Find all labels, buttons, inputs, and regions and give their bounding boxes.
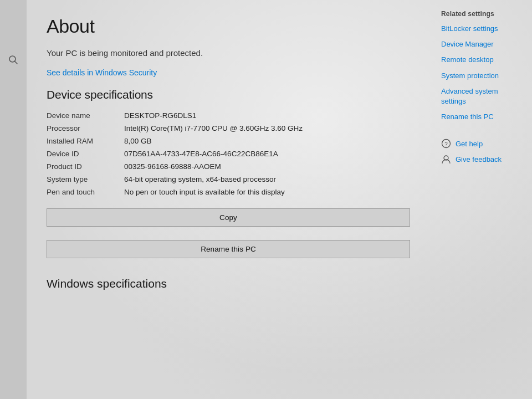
spec-value: DESKTOP-RG6DLS1: [119, 109, 407, 122]
buttons-section: Copy Rename this PC: [47, 208, 410, 266]
security-notice: Your PC is being monitored and protected…: [47, 47, 410, 77]
main-content: About Your PC is being monitored and pro…: [27, 0, 432, 399]
spec-label: Device name: [47, 109, 119, 122]
right-link-remote-desktop[interactable]: Remote desktop: [432, 52, 532, 68]
page-title: About: [47, 16, 410, 37]
right-link-bitlocker[interactable]: BitLocker settings: [432, 21, 532, 37]
spec-label: Device ID: [47, 147, 119, 160]
right-link-device-manager[interactable]: Device Manager: [432, 37, 532, 52]
sidebar: [0, 0, 27, 399]
security-link[interactable]: See details in Windows Security: [47, 68, 410, 77]
spec-label: Pen and touch: [47, 186, 119, 198]
spec-value: No pen or touch input is available for t…: [119, 186, 407, 198]
right-link-rename-pc[interactable]: Rename this PC: [432, 109, 532, 125]
right-link-system-protection[interactable]: System protection: [432, 68, 532, 84]
table-row: Device nameDESKTOP-RG6DLS1: [47, 109, 407, 122]
spec-label: Processor: [47, 122, 119, 135]
svg-text:?: ?: [444, 141, 448, 147]
copy-button[interactable]: Copy: [47, 208, 410, 227]
table-row: ProcessorIntel(R) Core(TM) i7-7700 CPU @…: [47, 122, 407, 135]
table-row: Installed RAM8,00 GB: [47, 135, 407, 147]
table-row: Device ID07D561AA-4733-47E8-AC66-46C22CB…: [47, 147, 407, 160]
svg-line-1: [15, 62, 18, 64]
table-row: Product ID00325-96168-69888-AAOEM: [47, 160, 407, 173]
right-panel: Related settings BitLocker settings Devi…: [432, 0, 532, 399]
table-row: Pen and touchNo pen or touch input is av…: [47, 186, 407, 198]
search-icon[interactable]: [3, 50, 23, 70]
spec-value: 64-bit operating system, x64-based proce…: [119, 173, 407, 186]
feedback-icon: [441, 154, 451, 164]
spec-label: Product ID: [47, 160, 119, 173]
related-settings-label: Related settings: [432, 6, 532, 21]
spec-value: Intel(R) Core(TM) i7-7700 CPU @ 3.60GHz …: [119, 122, 407, 135]
get-help-label: Get help: [456, 140, 483, 148]
give-feedback-label: Give feedback: [456, 155, 502, 163]
spec-label: Installed RAM: [47, 135, 119, 147]
specs-table: Device nameDESKTOP-RG6DLS1ProcessorIntel…: [47, 109, 407, 198]
spec-label: System type: [47, 173, 119, 186]
windows-specs-heading: Windows specifications: [47, 277, 410, 290]
spec-value: 00325-96168-69888-AAOEM: [119, 160, 407, 173]
give-feedback-action[interactable]: Give feedback: [432, 151, 532, 167]
help-icon: ?: [441, 139, 451, 149]
right-link-advanced-system[interactable]: Advanced system settings: [432, 84, 532, 109]
security-text: Your PC is being monitored and protected…: [47, 47, 279, 59]
device-specs-heading: Device specifications: [47, 88, 410, 101]
rename-pc-button[interactable]: Rename this PC: [47, 240, 410, 258]
spec-value: 07D561AA-4733-47E8-AC66-46C22CB86E1A: [119, 147, 407, 160]
table-row: System type64-bit operating system, x64-…: [47, 173, 407, 186]
get-help-action[interactable]: ? Get help: [432, 136, 532, 151]
spec-value: 8,00 GB: [119, 135, 407, 147]
right-divider: [432, 125, 532, 136]
